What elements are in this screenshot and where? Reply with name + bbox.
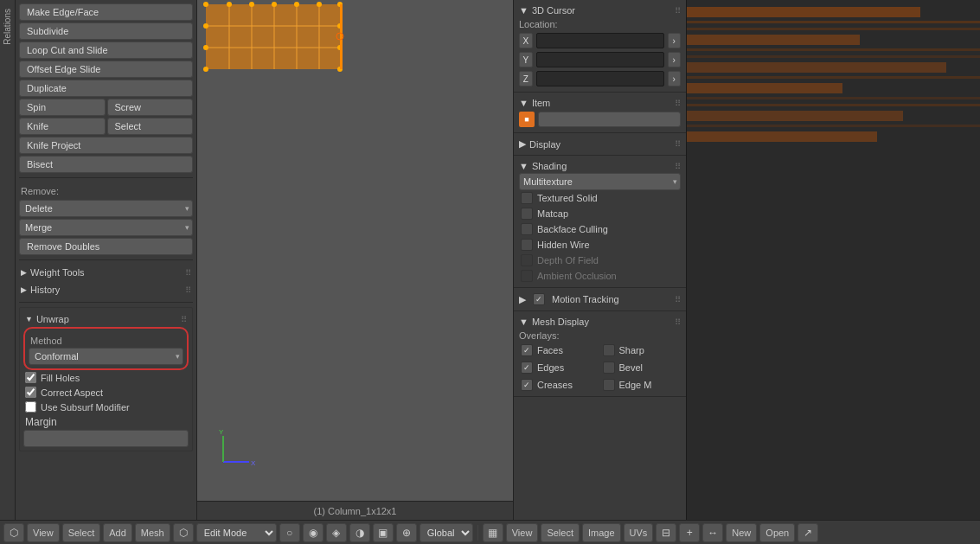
viewport-shading-5[interactable]: ▣	[373, 523, 394, 542]
mesh-display-drag: ⠿	[675, 317, 681, 327]
item-header[interactable]: ▼ Item ⠿	[519, 96, 681, 110]
sharp-checkbox[interactable]	[603, 344, 615, 356]
x-btn[interactable]: X	[519, 33, 533, 48]
motion-tracking-checkbox[interactable]: ✓	[533, 293, 545, 305]
mode-select[interactable]: Edit Mode Object Mode	[196, 523, 277, 542]
object-name-input[interactable]: Column_1x12x1	[538, 112, 681, 127]
svg-rect-28	[687, 7, 920, 17]
matcap-checkbox[interactable]	[521, 208, 533, 220]
spin-button[interactable]: Spin	[19, 99, 106, 116]
svg-text:X: X	[251, 459, 256, 467]
cursor-label: 3D Cursor	[532, 5, 575, 16]
subdivide-button[interactable]: Subdivide	[19, 22, 193, 40]
method-dropdown[interactable]: Conformal Angle Based	[29, 348, 183, 365]
sharp-row: Sharp	[601, 342, 682, 358]
svg-point-11	[294, 2, 299, 7]
margin-input[interactable]: 0.001	[23, 430, 189, 447]
bisect-button[interactable]: Bisect	[19, 156, 193, 173]
uv-extra-1[interactable]: ↗	[797, 523, 818, 542]
uv-tool-1[interactable]: ⊟	[656, 523, 676, 542]
y-btn[interactable]: Y	[519, 52, 533, 67]
uv-view-btn[interactable]: View	[506, 523, 539, 542]
mesh-display-header[interactable]: ▼ Mesh Display ⠿	[519, 315, 681, 329]
y-input[interactable]: 8.05589	[536, 52, 664, 67]
display-section: ▶ Display ⠿	[514, 133, 686, 156]
x-lock[interactable]: ›	[668, 33, 682, 48]
svg-point-10	[272, 2, 277, 7]
svg-rect-41	[687, 131, 877, 142]
history-header[interactable]: ▶ History ⠿	[19, 282, 193, 298]
uv-tool-3[interactable]: ↔	[702, 523, 723, 542]
open-btn[interactable]: Open	[759, 523, 795, 542]
x-input[interactable]: 0.19522	[536, 33, 664, 48]
svg-point-8	[227, 2, 232, 7]
backface-culling-checkbox[interactable]	[521, 223, 533, 235]
y-lock[interactable]: ›	[668, 52, 682, 67]
knife-button[interactable]: Knife	[19, 118, 106, 135]
select-menu-btn[interactable]: Select	[62, 523, 101, 542]
creases-checkbox[interactable]: ✓	[521, 379, 533, 391]
correct-aspect-checkbox[interactable]	[25, 387, 36, 398]
svg-rect-29	[687, 21, 980, 23]
duplicate-button[interactable]: Duplicate	[19, 80, 193, 97]
remove-doubles-button[interactable]: Remove Doubles	[19, 238, 193, 255]
creases-row: ✓ Creases	[519, 377, 599, 393]
hidden-wire-checkbox[interactable]	[521, 239, 533, 251]
edge-m-checkbox[interactable]	[603, 379, 615, 391]
mesh-menu-btn[interactable]: Mesh	[135, 523, 170, 542]
uv-tool-2[interactable]: +	[679, 523, 700, 542]
fill-holes-checkbox[interactable]	[25, 372, 36, 383]
cursor-z-row: Z -4.17933 ›	[519, 69, 681, 88]
loop-cut-slide-button[interactable]: Loop Cut and Slide	[19, 42, 193, 59]
svg-rect-35	[687, 76, 980, 79]
faces-checkbox[interactable]: ✓	[521, 344, 533, 356]
delete-dropdown[interactable]: Delete	[19, 200, 193, 217]
weight-tools-header[interactable]: ▶ Weight Tools ⠿	[19, 265, 193, 280]
ambient-occlusion-checkbox[interactable]	[521, 270, 533, 282]
z-input[interactable]: -4.17933	[536, 71, 664, 86]
backface-culling-label: Backface Culling	[537, 224, 608, 234]
add-menu-btn[interactable]: Add	[103, 523, 132, 542]
location-label: Location:	[519, 19, 558, 29]
viewport-shading-6[interactable]: ⊕	[396, 523, 417, 542]
unwrap-header[interactable]: ▼ Unwrap ⠿	[23, 311, 189, 327]
viewport-3d[interactable]: X Y	[197, 0, 513, 501]
shading-mode-dropdown[interactable]: Multitexture GLSL Solid	[519, 173, 681, 190]
make-edge-face-button[interactable]: Make Edge/Face	[19, 3, 193, 21]
uv-icon-btn[interactable]: ▦	[483, 523, 503, 542]
cursor-header[interactable]: ▼ 3D Cursor ⠿	[519, 3, 681, 17]
offset-edge-slide-button[interactable]: Offset Edge Slide	[19, 61, 193, 78]
uv-uvs-btn[interactable]: UVs	[624, 523, 654, 542]
viewport-shading-3[interactable]: ◈	[326, 523, 347, 542]
edges-checkbox[interactable]: ✓	[521, 362, 533, 374]
correct-aspect-row: Correct Aspect	[23, 385, 189, 400]
graph-area[interactable]	[687, 0, 980, 520]
select-button[interactable]: Select	[107, 118, 194, 135]
edges-label: Edges	[537, 362, 564, 373]
screw-button[interactable]: Screw	[107, 99, 194, 116]
shading-header[interactable]: ▼ Shading ⠿	[519, 159, 681, 173]
use-subsurf-checkbox[interactable]	[25, 401, 36, 413]
viewport-shading-1[interactable]: ○	[279, 523, 300, 542]
z-lock[interactable]: ›	[668, 71, 682, 86]
merge-dropdown[interactable]: Merge	[19, 219, 193, 236]
mode-icon-btn[interactable]: ⬡	[173, 523, 194, 542]
view3d-icon-btn[interactable]: ⬡	[3, 523, 24, 542]
display-header[interactable]: ▶ Display ⠿	[519, 137, 681, 151]
viewport-shading-4[interactable]: ◑	[349, 523, 370, 542]
depth-of-field-checkbox[interactable]	[521, 254, 533, 266]
uv-select-btn[interactable]: Select	[541, 523, 580, 542]
global-select[interactable]: Global Local	[420, 523, 473, 542]
center-viewport: X Y (1) Column_1x12x1	[197, 0, 513, 520]
z-btn[interactable]: Z	[519, 71, 533, 86]
textured-solid-checkbox[interactable]	[521, 192, 533, 204]
knife-project-button[interactable]: Knife Project	[19, 137, 193, 154]
view-menu-btn[interactable]: View	[27, 523, 60, 542]
new-btn[interactable]: New	[726, 523, 757, 542]
viewport-shading-2[interactable]: ◉	[303, 523, 323, 542]
fill-holes-row: Fill Holes	[23, 370, 189, 385]
uv-image-btn[interactable]: Image	[582, 523, 621, 542]
bevel-checkbox[interactable]	[603, 362, 615, 374]
sidebar-item-relations[interactable]: Relations	[1, 3, 14, 50]
motion-tracking-header[interactable]: ▶ ✓ Motion Tracking ⠿	[519, 291, 681, 307]
